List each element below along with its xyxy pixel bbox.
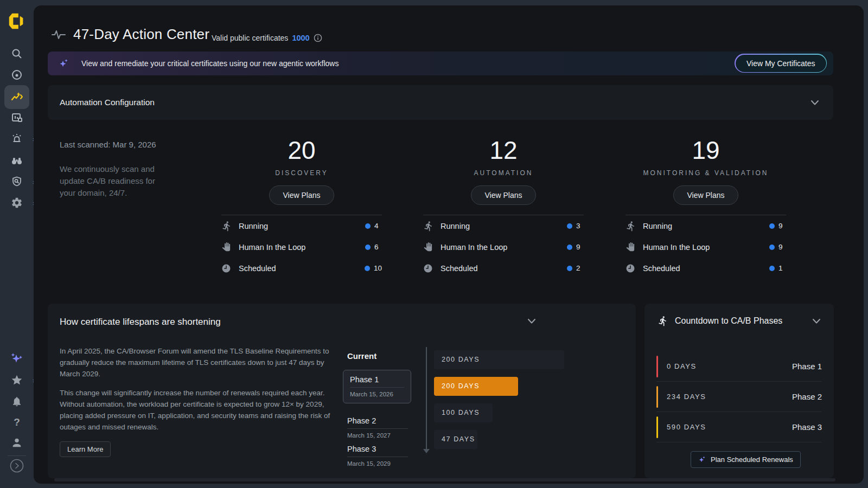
stat-row-value: 10 — [374, 264, 382, 272]
stat-row-value: 4 — [374, 222, 382, 230]
phase-name: Phase 1 — [350, 375, 404, 388]
lifespans-card: How certificate lifespans are shortening… — [48, 304, 636, 478]
countdown-rows: 0 DAYS Phase 1 234 DAYS Phase 2 590 DAYS… — [656, 351, 822, 442]
valid-certificates-count[interactable]: 1000 — [292, 34, 309, 42]
collapse-chevron-icon[interactable] — [10, 459, 24, 473]
plan-scheduled-renewals-button[interactable]: Plan Scheduled Renewals — [691, 451, 801, 468]
stat-row-running[interactable]: Running 3 — [423, 215, 584, 236]
search-icon[interactable] — [11, 48, 23, 60]
countdown-days: 234 DAYS — [667, 393, 706, 401]
phase-item[interactable]: Phase 3 March 15, 2029 — [347, 445, 408, 467]
help-question-icon[interactable]: ? — [14, 416, 20, 428]
stat-row-scheduled[interactable]: Scheduled 10 — [221, 258, 382, 279]
ai-sparkles-icon[interactable] — [10, 351, 24, 365]
lifespan-bar: 47 DAYS — [434, 430, 477, 449]
stat-row-human-in-the-loop[interactable]: Human In the Loop 6 — [221, 236, 382, 258]
learn-more-button[interactable]: Learn More — [60, 441, 111, 457]
stat-row-value: 1 — [778, 264, 786, 272]
stat-label: AUTOMATION — [423, 169, 584, 177]
chevron-down-icon[interactable] — [812, 318, 821, 324]
notifications-bell-icon[interactable] — [11, 396, 23, 407]
phase-date: March 15, 2029 — [347, 460, 408, 467]
hand-icon — [626, 242, 640, 252]
sparkles-icon — [59, 58, 69, 69]
automation-configuration-title: Automation Configuration — [60, 98, 155, 107]
lifespans-text: In April 2025, the CA/Browser Forum will… — [60, 346, 341, 457]
valid-certificates-label: Valid public certificates — [212, 34, 288, 42]
phase-name: Phase 3 — [347, 445, 408, 457]
status-dot — [567, 245, 572, 250]
stat-row-label: Scheduled — [643, 264, 680, 273]
stat-row-human-in-the-loop[interactable]: Human In the Loop 9 — [423, 236, 584, 258]
countdown-card: Countdown to CA/B Phases 0 DAYS Phase 1 … — [644, 304, 834, 478]
app-root: › › › — [0, 0, 868, 488]
stat-count: 12 — [423, 136, 584, 165]
user-profile-icon[interactable] — [11, 436, 23, 448]
page-header: 47-Day Action Center — [52, 26, 209, 43]
countdown-days: 0 DAYS — [667, 362, 697, 370]
sidebar-item-action-center[interactable] — [4, 85, 29, 109]
plan-scheduled-renewals-label: Plan Scheduled Renewals — [711, 455, 793, 464]
stat-row-label: Scheduled — [239, 264, 276, 273]
stat-row-running[interactable]: Running 9 — [626, 215, 786, 236]
phase-item[interactable]: Phase 2 March 15, 2027 — [347, 416, 408, 439]
stat-count: 20 — [221, 136, 382, 165]
runner-icon — [423, 221, 437, 232]
clock-icon — [626, 264, 640, 273]
view-plans-button[interactable]: View Plans — [673, 185, 738, 205]
stat-row-human-in-the-loop[interactable]: Human In the Loop 9 — [626, 236, 786, 258]
last-scanned-text: Last scanned: Mar 9, 2026 — [60, 140, 168, 149]
stat-row-scheduled[interactable]: Scheduled 1 — [626, 258, 786, 279]
chevron-down-icon[interactable] — [810, 99, 819, 106]
settings-gear-icon[interactable]: › — [11, 197, 23, 209]
alerts-siren-icon[interactable]: › — [11, 133, 23, 145]
clock-icon — [423, 264, 437, 273]
countdown-phase: Phase 1 — [792, 362, 822, 371]
stat-row-value: 6 — [374, 243, 382, 251]
view-plans-button[interactable]: View Plans — [269, 185, 334, 205]
stat-row-value: 9 — [576, 243, 584, 251]
current-label: Current — [347, 351, 376, 361]
binoculars-discovery-icon[interactable] — [10, 155, 23, 166]
dashboard-board-icon[interactable] — [11, 112, 23, 124]
sparkle-glyph — [17, 92, 21, 96]
view-my-certificates-button[interactable]: View My Certificates — [736, 55, 826, 72]
sidebar: › › › — [0, 0, 34, 488]
countdown-row-phase-3[interactable]: 590 DAYS Phase 3 — [656, 412, 822, 442]
stat-row-label: Running — [239, 222, 268, 230]
stat-row-scheduled[interactable]: Scheduled 2 — [423, 258, 584, 279]
info-icon[interactable] — [314, 34, 322, 42]
countdown-phase: Phase 3 — [792, 422, 822, 432]
chevron-down-icon[interactable] — [527, 318, 536, 324]
phase-date: March 15, 2027 — [347, 432, 408, 439]
brand-logo-icon[interactable] — [7, 11, 27, 31]
shield-audit-icon[interactable]: › — [11, 176, 23, 188]
status-dot — [365, 266, 370, 271]
stat-column-discovery: 20 DISCOVERY View Plans Running 4 Human … — [221, 136, 382, 279]
stat-label: MONITORING & VALIDATION — [626, 169, 786, 177]
stat-row-value: 9 — [778, 222, 786, 230]
countdown-row-phase-1[interactable]: 0 DAYS Phase 1 — [656, 351, 822, 382]
horizontal-scrollbar[interactable] — [54, 478, 835, 481]
stat-row-running[interactable]: Running 4 — [221, 215, 382, 236]
hand-icon — [221, 242, 235, 252]
favorites-star-icon[interactable]: › — [11, 374, 23, 386]
banner-message: View and remediate your critical certifi… — [81, 59, 339, 68]
lifespan-bar-highlighted: 200 DAYS — [434, 377, 518, 396]
stat-label: DISCOVERY — [221, 169, 382, 177]
lifespan-bar: 200 DAYS — [434, 350, 564, 369]
phase-item-selected[interactable]: Phase 1 March 15, 2026 — [343, 370, 411, 403]
countdown-row-phase-2[interactable]: 234 DAYS Phase 2 — [656, 382, 822, 412]
view-my-certificates-button-border: View My Certificates — [735, 54, 827, 73]
target-scan-icon[interactable] — [11, 69, 23, 81]
stat-row-label: Human In the Loop — [441, 243, 507, 252]
lifespans-paragraph-1: In April 2025, the CA/Browser Forum will… — [60, 346, 341, 380]
hand-icon — [423, 242, 437, 252]
stat-row-label: Running — [643, 222, 672, 230]
lifespan-bars: 200 DAYS 200 DAYS 100 DAYS 47 DAYS — [434, 350, 564, 457]
status-dot — [769, 223, 775, 229]
automation-configuration-card[interactable]: Automation Configuration — [48, 85, 833, 120]
countdown-title: Countdown to CA/B Phases — [675, 316, 782, 326]
scan-description: We continuously scan and update CA/B rea… — [60, 163, 168, 198]
view-plans-button[interactable]: View Plans — [471, 185, 535, 205]
